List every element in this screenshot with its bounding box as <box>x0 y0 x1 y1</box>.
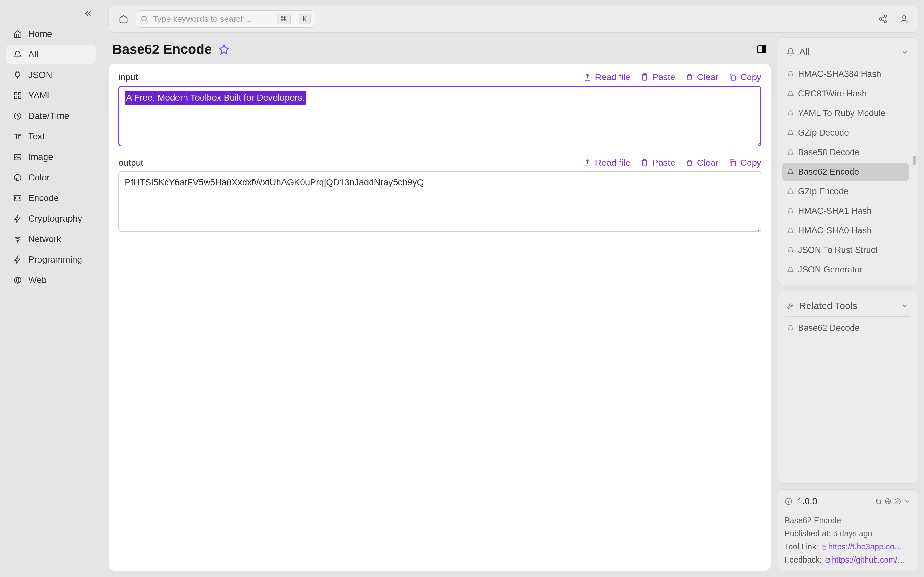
sidebar-item-label: YAML <box>28 90 52 101</box>
related-tools-panel: Related Tools Base62 Decode <box>777 291 918 484</box>
bell-icon <box>13 50 23 59</box>
globe-icon <box>13 276 23 285</box>
tool-item[interactable]: YAML To Ruby Module <box>782 104 909 123</box>
sidebar-item-web[interactable]: Web <box>6 271 96 290</box>
sidebar-item-text[interactable]: Text <box>6 127 96 146</box>
bell-icon <box>787 169 794 176</box>
output-textarea[interactable] <box>118 171 761 232</box>
sidebar-collapse-button[interactable] <box>6 6 96 24</box>
chevron-down-icon[interactable] <box>904 498 911 505</box>
sidebar-item-home[interactable]: Home <box>6 24 96 44</box>
home-icon <box>13 29 23 39</box>
home-button[interactable] <box>118 13 129 25</box>
workspace: Base62 Encode input Read file Paste Clea… <box>108 37 771 571</box>
plug-icon <box>13 70 23 80</box>
sidebar-item-label: JSON <box>28 70 52 80</box>
sidebar-item-cryptography[interactable]: Cryptography <box>6 209 96 228</box>
bell-icon <box>787 129 794 137</box>
input-clear-button[interactable]: Clear <box>685 72 719 82</box>
upload-icon <box>583 73 592 82</box>
search-input[interactable] <box>153 14 272 24</box>
input-label: input <box>118 72 138 82</box>
tool-item[interactable]: Base58 Decode <box>782 143 909 162</box>
input-paste-button[interactable]: Paste <box>640 72 675 82</box>
sidebar-item-datetime[interactable]: Date/Time <box>6 106 96 126</box>
output-read-file-button[interactable]: Read file <box>583 158 631 168</box>
globe-icon[interactable] <box>885 498 892 505</box>
sidebar-item-encode[interactable]: Encode <box>6 189 96 208</box>
svg-point-27 <box>895 499 901 504</box>
tool-link[interactable]: https://t.he3app.co… <box>829 542 903 551</box>
bell-icon <box>787 48 795 56</box>
sidebar-item-json[interactable]: JSON <box>6 65 96 85</box>
user-icon[interactable] <box>899 14 909 24</box>
bell-icon <box>787 90 794 97</box>
tool-item[interactable]: JSON Generator <box>782 260 909 279</box>
image-icon <box>13 152 23 162</box>
tool-item[interactable]: JSON To Rust Struct <box>782 241 909 259</box>
tool-item[interactable]: GZip Decode <box>782 123 909 142</box>
scrollbar-thumb[interactable] <box>913 156 916 165</box>
message-icon[interactable] <box>824 557 830 564</box>
sidebar-item-yaml[interactable]: YAML <box>6 86 96 105</box>
output-paste-button[interactable]: Paste <box>640 158 675 168</box>
tool-item[interactable]: HMAC-SHA384 Hash <box>782 65 909 84</box>
sidebar-item-label: Encode <box>28 193 59 203</box>
all-tools-panel: All HMAC-SHA384 Hash CRC81Wire Hash YAML… <box>777 37 918 285</box>
related-item[interactable]: Base62 Decode <box>782 319 909 338</box>
chevron-down-icon[interactable] <box>901 301 909 310</box>
copy-icon[interactable] <box>821 544 827 550</box>
page-title: Base62 Encode <box>112 42 212 57</box>
output-clear-button[interactable]: Clear <box>685 158 719 168</box>
svg-point-14 <box>903 16 906 19</box>
tool-item[interactable]: CRC81Wire Hash <box>782 84 909 103</box>
version-text: 1.0.0 <box>797 496 871 506</box>
tool-card: input Read file Paste Clear Copy A Free,… <box>108 63 771 571</box>
output-copy-button[interactable]: Copy <box>728 158 761 168</box>
svg-rect-20 <box>731 76 735 81</box>
info-panel: 1.0.0 Base62 Encode Published at: 6 days… <box>777 490 918 571</box>
search-shortcut: ⌘ + K <box>276 14 310 24</box>
bell-icon <box>787 71 794 78</box>
type-icon <box>13 132 23 141</box>
info-tool-name: Base62 Encode <box>784 516 911 525</box>
copy-icon[interactable] <box>875 498 882 505</box>
encode-icon <box>13 193 23 203</box>
chevron-down-icon[interactable] <box>901 48 909 56</box>
sidebar-item-label: Color <box>28 172 50 183</box>
tool-item-active[interactable]: Base62 Encode <box>782 163 909 181</box>
wrench-icon <box>787 301 795 310</box>
tool-item[interactable]: HMAC-SHA0 Hash <box>782 221 909 240</box>
sidebar-item-label: Cryptography <box>28 213 82 224</box>
sidebar-item-network[interactable]: Network <box>6 229 96 249</box>
sidebar-item-label: Image <box>28 152 53 162</box>
sidebar: Home All JSON YAML Date/Time Text <box>0 0 103 577</box>
svg-point-13 <box>884 21 887 23</box>
feedback-link[interactable]: https://github.com/… <box>832 555 905 564</box>
svg-point-11 <box>884 15 887 18</box>
svg-point-12 <box>879 18 882 20</box>
input-textarea[interactable] <box>118 85 761 147</box>
svg-rect-1 <box>18 92 21 95</box>
sidebar-item-color[interactable]: Color <box>6 168 96 187</box>
svg-rect-25 <box>877 500 880 504</box>
sidebar-item-all[interactable]: All <box>6 45 96 64</box>
tool-item[interactable]: HMAC-SHA1 Hash <box>782 201 909 221</box>
sidebar-item-programming[interactable]: Programming <box>6 250 96 269</box>
search-box[interactable]: ⌘ + K <box>136 10 315 27</box>
search-icon <box>141 15 148 23</box>
tool-item[interactable]: GZip Encode <box>782 182 909 201</box>
input-read-file-button[interactable]: Read file <box>583 72 631 82</box>
panel-toggle-icon[interactable] <box>756 44 767 55</box>
svg-rect-3 <box>18 96 21 99</box>
check-circle-icon[interactable] <box>894 498 901 505</box>
sidebar-item-label: Web <box>28 275 47 285</box>
star-icon[interactable] <box>218 44 229 55</box>
input-copy-button[interactable]: Copy <box>728 72 761 82</box>
clock-icon <box>13 111 23 121</box>
related-panel-title: Related Tools <box>799 300 896 311</box>
upload-icon <box>583 158 592 167</box>
sidebar-item-image[interactable]: Image <box>6 147 96 167</box>
share-icon[interactable] <box>878 14 888 24</box>
bell-icon <box>787 325 794 332</box>
